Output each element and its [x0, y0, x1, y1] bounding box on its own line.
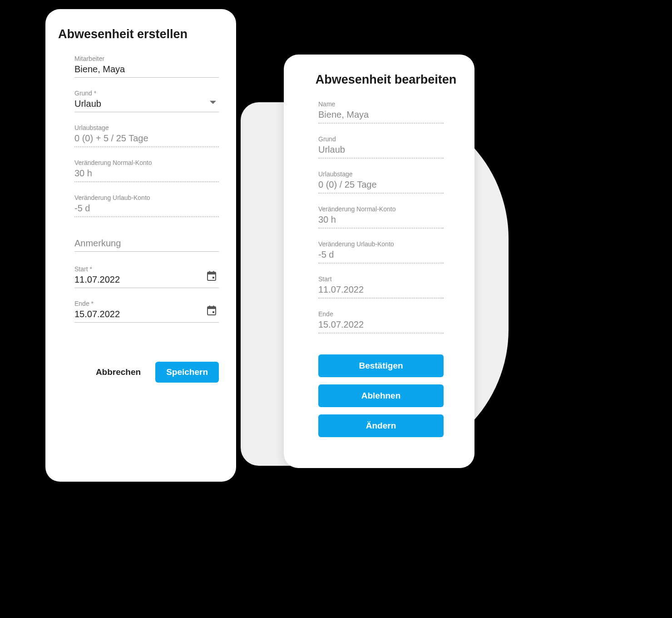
edit-reason-label: Grund [318, 135, 444, 143]
name-field: Name Biene, Maya [318, 100, 444, 124]
edit-vacation-days-label: Urlaubstage [318, 170, 444, 178]
cancel-button[interactable]: Abbrechen [94, 362, 143, 383]
edit-vacation-account-value: -5 d [318, 249, 444, 264]
reason-label: Grund * [74, 90, 219, 97]
svg-rect-8 [213, 306, 214, 308]
calendar-icon[interactable] [207, 305, 216, 317]
edit-end-label: Ende [318, 310, 444, 318]
edit-vacation-days-field: Urlaubstage 0 (0) / 25 Tage [318, 170, 444, 194]
edit-reason-field: Grund Urlaub [318, 135, 444, 159]
end-date-field[interactable]: Ende * 15.07.2022 [74, 300, 219, 323]
edit-normal-account-field: Veränderung Normal-Konto 30 h [318, 205, 444, 229]
change-button[interactable]: Ändern [318, 414, 444, 437]
name-label: Name [318, 100, 444, 108]
edit-end-value: 15.07.2022 [318, 319, 444, 334]
edit-vacation-account-field: Veränderung Urlaub-Konto -5 d [318, 240, 444, 264]
start-date-field[interactable]: Start * 11.07.2022 [74, 265, 219, 288]
chevron-down-icon [210, 99, 216, 107]
employee-value: Biene, Maya [74, 64, 219, 78]
normal-account-field: Veränderung Normal-Konto 30 h [74, 159, 219, 182]
name-value: Biene, Maya [318, 110, 444, 124]
edit-start-field: Start 11.07.2022 [318, 275, 444, 299]
svg-rect-7 [209, 306, 211, 308]
edit-start-value: 11.07.2022 [318, 284, 444, 299]
reason-value: Urlaub [74, 99, 219, 112]
vacation-account-value: -5 d [74, 203, 219, 217]
vacation-days-label: Urlaubstage [74, 124, 219, 131]
start-label: Start * [74, 265, 219, 273]
reason-field[interactable]: Grund * Urlaub [74, 90, 219, 112]
vacation-account-field: Veränderung Urlaub-Konto -5 d [74, 194, 219, 217]
edit-end-field: Ende 15.07.2022 [318, 310, 444, 334]
create-buttons: Abbrechen Speichern [58, 334, 223, 383]
svg-rect-9 [212, 311, 214, 313]
svg-rect-2 [209, 271, 211, 273]
vacation-account-label: Veränderung Urlaub-Konto [74, 194, 219, 201]
start-value: 11.07.2022 [74, 274, 219, 288]
create-absence-panel: Abwesenheit erstellen Mitarbeiter Biene,… [45, 9, 236, 482]
normal-account-value: 30 h [74, 168, 219, 182]
edit-vacation-account-label: Veränderung Urlaub-Konto [318, 240, 444, 248]
reject-button[interactable]: Ablehnen [318, 384, 444, 407]
edit-panel-title: Abwesenheit bearbeiten [310, 73, 462, 87]
create-panel-title: Abwesenheit erstellen [58, 27, 223, 41]
confirm-button[interactable]: Bestätigen [318, 354, 444, 377]
edit-buttons: Bestätigen Ablehnen Ändern [296, 345, 462, 437]
calendar-icon[interactable] [207, 271, 216, 283]
svg-rect-6 [208, 307, 216, 309]
employee-field[interactable]: Mitarbeiter Biene, Maya [74, 55, 219, 78]
vacation-days-field: Urlaubstage 0 (0) + 5 / 25 Tage [74, 124, 219, 147]
vacation-days-value: 0 (0) + 5 / 25 Tage [74, 133, 219, 147]
save-button[interactable]: Speichern [155, 362, 219, 383]
edit-start-label: Start [318, 275, 444, 283]
svg-rect-1 [208, 272, 216, 274]
edit-absence-panel: Abwesenheit bearbeiten Name Biene, Maya … [284, 55, 474, 468]
edit-vacation-days-value: 0 (0) / 25 Tage [318, 179, 444, 194]
svg-rect-4 [212, 277, 214, 279]
employee-label: Mitarbeiter [74, 55, 219, 62]
edit-normal-account-label: Veränderung Normal-Konto [318, 205, 444, 213]
edit-reason-value: Urlaub [318, 145, 444, 159]
end-value: 15.07.2022 [74, 309, 219, 323]
svg-rect-3 [213, 271, 214, 273]
note-placeholder: Anmerkung [74, 238, 219, 252]
edit-normal-account-value: 30 h [318, 214, 444, 229]
end-label: Ende * [74, 300, 219, 307]
note-field[interactable]: Anmerkung [74, 238, 219, 252]
normal-account-label: Veränderung Normal-Konto [74, 159, 219, 166]
